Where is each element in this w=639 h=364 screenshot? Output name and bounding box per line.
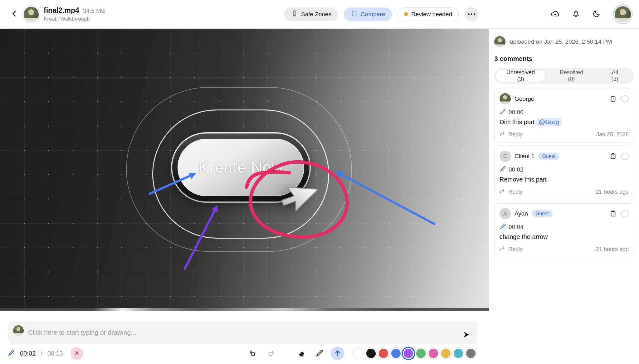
header-global-icons bbox=[550, 6, 631, 22]
file-title-block: final2.mp4 34.5 MB Kreatli Walkthrough bbox=[44, 6, 105, 22]
close-icon bbox=[74, 350, 80, 357]
resolve-toggle[interactable] bbox=[621, 210, 629, 217]
eraser-button[interactable] bbox=[295, 347, 308, 360]
draw-tool-button[interactable] bbox=[313, 347, 326, 360]
uploaded-text: uploaded on Jan 25, 2026, 2:50:14 PM bbox=[510, 38, 612, 45]
arrow-tool-button[interactable] bbox=[331, 347, 344, 360]
user-avatar[interactable] bbox=[615, 6, 631, 22]
comment-timecode[interactable]: 00:04 bbox=[500, 223, 629, 231]
tab-all[interactable]: All (3) bbox=[597, 69, 633, 82]
comment-text: Dim this part @Greg bbox=[500, 119, 629, 126]
close-drawing-button[interactable] bbox=[71, 347, 83, 360]
file-owner-avatar bbox=[24, 7, 39, 22]
comment-filter-tabs: Unresolved (3) Resolved (0) All (3) bbox=[494, 68, 634, 84]
pencil-icon bbox=[500, 166, 506, 173]
redo-icon bbox=[267, 349, 275, 358]
eraser-icon bbox=[297, 349, 305, 358]
uploaded-info: uploaded on Jan 25, 2026, 2:50:14 PM bbox=[494, 36, 634, 47]
back-button[interactable] bbox=[8, 8, 21, 21]
color-swatch-teal[interactable] bbox=[454, 349, 463, 358]
composer-area: 00:02 / 00:13 bbox=[0, 311, 489, 364]
tab-resolved[interactable]: Resolved (0) bbox=[546, 69, 597, 82]
comment-input[interactable] bbox=[27, 321, 458, 344]
color-palette bbox=[354, 349, 476, 358]
send-button[interactable] bbox=[461, 329, 472, 341]
chevron-left-icon bbox=[10, 10, 18, 19]
trash-icon bbox=[609, 95, 617, 103]
color-swatch-green[interactable] bbox=[416, 349, 426, 358]
reply-icon bbox=[500, 131, 506, 138]
guest-badge: Guest bbox=[532, 210, 553, 217]
resolve-toggle[interactable] bbox=[621, 95, 629, 103]
comment-timecode[interactable]: 00:02 bbox=[500, 166, 629, 173]
reply-button[interactable]: Reply bbox=[500, 131, 523, 138]
comment-time: 00:02 bbox=[509, 166, 524, 173]
blue-arrow-right bbox=[338, 172, 434, 224]
color-swatch-red[interactable] bbox=[379, 349, 388, 358]
comments-count-title: 3 comments bbox=[494, 55, 634, 62]
guest-badge: Guest bbox=[538, 153, 559, 160]
resolve-toggle[interactable] bbox=[621, 153, 629, 160]
main-content: Kreate Now bbox=[0, 29, 639, 364]
color-swatch-white[interactable] bbox=[354, 349, 363, 358]
reply-button[interactable]: Reply bbox=[500, 245, 523, 253]
bell-icon bbox=[572, 9, 580, 19]
delete-comment-button[interactable] bbox=[609, 152, 617, 161]
comment-author-name: George bbox=[515, 95, 534, 102]
drawing-toolbar: 00:02 / 00:13 bbox=[0, 345, 489, 362]
composer-avatar bbox=[13, 325, 24, 336]
reply-icon bbox=[500, 188, 506, 196]
app-window: final2.mp4 34.5 MB Kreatli Walkthrough S… bbox=[0, 0, 639, 364]
review-status-badge[interactable]: Review needed bbox=[398, 7, 459, 21]
draw-pencil-icon bbox=[315, 349, 324, 358]
color-swatch-pink[interactable] bbox=[429, 349, 438, 358]
reply-label: Reply bbox=[508, 131, 523, 138]
video-canvas[interactable]: Kreate Now bbox=[0, 29, 489, 311]
upload-button[interactable] bbox=[550, 9, 560, 19]
total-time: 00:13 bbox=[47, 350, 63, 357]
time-separator: / bbox=[41, 350, 42, 357]
project-name: Kreatli Walkthrough bbox=[44, 16, 105, 22]
cloud-upload-icon bbox=[550, 9, 560, 19]
tools-group bbox=[246, 347, 476, 360]
comment-time: 00:04 bbox=[509, 224, 524, 231]
comment-author-name: Ayan bbox=[515, 210, 528, 217]
notifications-button[interactable] bbox=[572, 9, 580, 19]
comment-text: Remove this part bbox=[500, 176, 629, 183]
comments-sidebar: uploaded on Jan 25, 2026, 2:50:14 PM 3 c… bbox=[489, 29, 639, 364]
theme-toggle-button[interactable] bbox=[592, 9, 601, 19]
color-swatch-yellow[interactable] bbox=[441, 349, 451, 358]
comment-card: George 00:00 bbox=[494, 89, 634, 143]
comment-timestamp: 21 hours ago bbox=[596, 189, 629, 195]
trash-icon bbox=[609, 210, 617, 218]
delete-comment-button[interactable] bbox=[609, 95, 617, 103]
color-swatch-black[interactable] bbox=[366, 349, 376, 358]
comment-author-avatar: C bbox=[500, 151, 511, 162]
undo-button[interactable] bbox=[246, 347, 260, 360]
color-swatch-purple[interactable] bbox=[404, 349, 413, 358]
comment-input-box[interactable] bbox=[8, 321, 477, 344]
phone-icon bbox=[291, 10, 298, 18]
comment-timecode[interactable]: 00:00 bbox=[500, 108, 629, 116]
color-swatch-blue[interactable] bbox=[391, 349, 401, 358]
blue-arrow-left bbox=[150, 174, 194, 194]
pink-circle-tail bbox=[246, 172, 290, 187]
dots-icon bbox=[468, 13, 470, 15]
delete-comment-button[interactable] bbox=[609, 210, 617, 218]
comment-text: change the arrow bbox=[500, 233, 629, 240]
purple-arrow bbox=[185, 207, 217, 269]
comment-author-name: Client 1 bbox=[515, 153, 534, 160]
annotation-layer bbox=[0, 29, 489, 311]
color-swatch-gray[interactable] bbox=[466, 349, 476, 358]
undo-icon bbox=[249, 349, 257, 358]
comment-author-avatar bbox=[500, 93, 511, 104]
safe-zones-button[interactable]: Safe Zones bbox=[284, 7, 338, 21]
player-column: Kreate Now bbox=[0, 29, 489, 364]
uploader-avatar bbox=[494, 36, 505, 47]
more-options-button[interactable] bbox=[464, 7, 479, 22]
compare-button[interactable]: Compare bbox=[344, 7, 392, 21]
mention-chip[interactable]: @Greg bbox=[536, 118, 562, 126]
reply-button[interactable]: Reply bbox=[500, 188, 523, 196]
redo-button[interactable] bbox=[264, 347, 278, 360]
tab-unresolved[interactable]: Unresolved (3) bbox=[495, 69, 546, 82]
